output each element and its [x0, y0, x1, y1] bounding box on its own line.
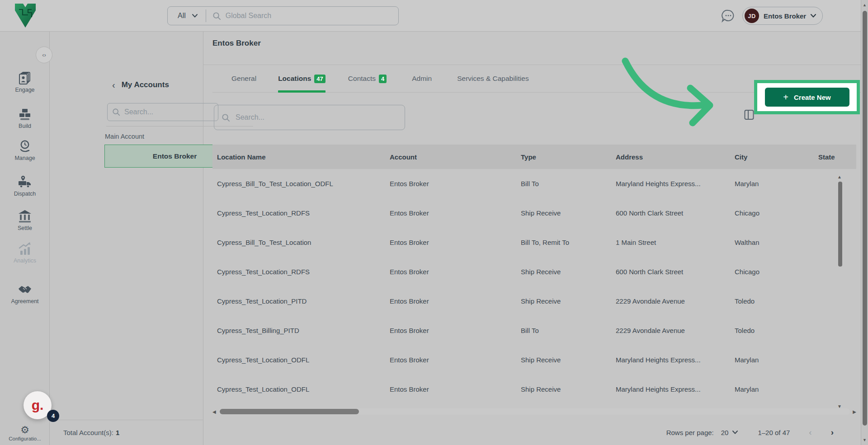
- cell-location-name: Cypress_Test_Location_RDFS: [217, 268, 390, 276]
- table-vertical-scrollbar-thumb[interactable]: [838, 182, 842, 267]
- scroll-left-arrow-icon[interactable]: ◀: [212, 409, 219, 414]
- tab-label: Contacts: [348, 75, 376, 83]
- sidebar-item-dispatch[interactable]: Dispatch: [0, 175, 50, 197]
- table-row[interactable]: Cypress_Test_Location_RDFS Entos Broker …: [212, 257, 856, 286]
- app-root: All JD Entos Broker ▲ ▼: [0, 0, 868, 445]
- search-icon: [222, 113, 230, 122]
- cell-city: Toledo: [735, 327, 818, 334]
- tab-services-capabilities[interactable]: Services & Capabilities: [457, 65, 529, 93]
- tab-badge: 4: [379, 75, 387, 83]
- table-scroll-up-icon[interactable]: ▲: [837, 174, 842, 179]
- scroll-up-arrow-icon[interactable]: ▲: [861, 3, 868, 7]
- global-search-input[interactable]: [226, 12, 398, 20]
- contact-cards-icon: [18, 71, 32, 85]
- accounts-panel-title: My Accounts: [122, 80, 169, 89]
- horizontal-scroll-track[interactable]: [219, 408, 850, 415]
- sidebar-item-build[interactable]: Build: [0, 108, 50, 129]
- pagination-bar: Rows per page: 20 1–20 of 47 ‹ ›: [666, 421, 834, 444]
- cell-location-name: Cypress_Bill_To_Test_Location: [217, 239, 390, 246]
- table-row[interactable]: Cypress_Test_Location_ODFL Entos Broker …: [212, 345, 856, 375]
- cell-address: Maryland Heights Express...: [616, 180, 735, 187]
- next-page-button[interactable]: ›: [831, 427, 834, 437]
- column-header: City: [735, 153, 818, 161]
- table-horizontal-scrollbar: ◀ ▶: [212, 408, 856, 415]
- cell-account: Entos Broker: [390, 180, 521, 187]
- sidebar-item-configuration[interactable]: ⚙ Configuratio...: [0, 425, 50, 441]
- tab-badge: 47: [314, 75, 325, 83]
- cell-location-name: Cypress_Test_Billing_PITD: [217, 327, 390, 334]
- cell-address: 600 North Clark Street: [616, 209, 735, 217]
- gear-icon: ⚙: [0, 425, 50, 435]
- scroll-right-arrow-icon[interactable]: ▶: [850, 409, 856, 414]
- tab-label: Admin: [412, 75, 432, 83]
- sidebar-item-settle[interactable]: Settle: [0, 210, 50, 231]
- table-row[interactable]: Cypress_Bill_To_Test_Location_ODFL Entos…: [212, 169, 856, 198]
- top-header-bar: All JD Entos Broker: [0, 0, 868, 32]
- back-chevron-icon[interactable]: ‹: [112, 80, 115, 89]
- page-scrollbar[interactable]: ▲ ▼: [861, 0, 868, 445]
- cell-type: Bill To, Remit To: [521, 239, 616, 246]
- tab-admin[interactable]: Admin: [412, 65, 432, 93]
- sidebar-item-label: Agreement: [0, 298, 50, 304]
- cell-city: Chicago: [735, 209, 818, 217]
- table-row[interactable]: Cypress_Test_Location_RDFS Entos Broker …: [212, 198, 856, 228]
- column-header: Type: [521, 153, 616, 161]
- cell-address: Maryland Heights Express...: [616, 356, 735, 364]
- locations-search-box: [214, 105, 405, 130]
- cell-address: 1 Main Street: [616, 239, 735, 246]
- tab-contacts[interactable]: Contacts 4: [348, 65, 387, 93]
- panel-collapse-button[interactable]: ‹›: [36, 47, 52, 63]
- table-row[interactable]: Cypress_Bill_To_Test_Location Entos Brok…: [212, 228, 856, 257]
- table-row[interactable]: Cypress_Test_Location_PITD Entos Broker …: [212, 286, 856, 316]
- cell-location-name: Cypress_Test_Location_ODFL: [217, 385, 390, 393]
- page-scrollbar-thumb[interactable]: [863, 11, 867, 426]
- rows-per-page-select[interactable]: 20: [721, 429, 738, 436]
- collapse-chevrons-icon: ‹›: [42, 52, 46, 58]
- table-header-row: Location Name Account Type Address City …: [212, 145, 856, 169]
- search-divider: [206, 9, 206, 22]
- cell-account: Entos Broker: [390, 356, 521, 364]
- chat-bubble-icon[interactable]: [721, 9, 735, 23]
- cell-address: 600 North Clark Street: [616, 268, 735, 276]
- cell-account: Entos Broker: [390, 297, 521, 305]
- cell-city: Toledo: [735, 297, 818, 305]
- module-sidebar: Engage Build Manage: [0, 32, 50, 445]
- cell-account: Entos Broker: [390, 239, 521, 246]
- brand-logo-icon[interactable]: [14, 4, 36, 28]
- cell-type: Bill To: [521, 180, 616, 187]
- accounts-search-box: [107, 103, 218, 121]
- blocks-icon: [18, 108, 32, 121]
- cell-address: 2229 Avondale Avenue: [616, 327, 735, 334]
- sidebar-item-label: Manage: [0, 155, 50, 161]
- truck-pin-icon: [18, 175, 32, 189]
- user-menu[interactable]: JD Entos Broker: [742, 7, 823, 25]
- cell-account: Entos Broker: [390, 327, 521, 334]
- accounts-search-input[interactable]: [124, 108, 213, 116]
- table-row[interactable]: Cypress_Test_Location_ODFL Entos Broker …: [212, 375, 856, 404]
- table-row[interactable]: Cypress_Test_Billing_PITD Entos Broker B…: [212, 316, 856, 345]
- cell-city: Marylan: [735, 385, 818, 393]
- locations-search-input[interactable]: [236, 113, 397, 122]
- column-header: Location Name: [217, 153, 390, 161]
- cell-type: Ship Receive: [521, 268, 616, 276]
- create-new-button[interactable]: + Create New: [765, 88, 849, 107]
- locations-table: Location Name Account Type Address City …: [212, 145, 856, 404]
- cell-location-name: Cypress_Bill_To_Test_Location_ODFL: [217, 180, 390, 187]
- search-icon: [212, 12, 221, 20]
- tab-label: Services & Capabilities: [457, 75, 529, 83]
- accounts-panel-header: ‹ My Accounts: [112, 80, 169, 89]
- rows-per-page-label: Rows per page:: [666, 429, 714, 436]
- sidebar-item-manage[interactable]: Manage: [0, 140, 50, 161]
- pagination-range: 1–20 of 47: [758, 429, 790, 436]
- scroll-down-arrow-icon[interactable]: ▼: [861, 438, 868, 442]
- tab-general[interactable]: General: [231, 65, 256, 93]
- previous-page-button: ‹: [809, 427, 811, 437]
- tab-locations[interactable]: Locations 47: [278, 65, 326, 93]
- table-columns-icon[interactable]: [744, 109, 754, 120]
- sidebar-item-engage[interactable]: Engage: [0, 71, 50, 93]
- sidebar-item-agreement[interactable]: Agreement: [0, 283, 50, 304]
- cell-location-name: Cypress_Test_Location_ODFL: [217, 356, 390, 364]
- search-scope-dropdown[interactable]: All: [168, 12, 206, 20]
- cell-type: Ship Receive: [521, 385, 616, 393]
- horizontal-scrollbar-thumb[interactable]: [220, 409, 359, 414]
